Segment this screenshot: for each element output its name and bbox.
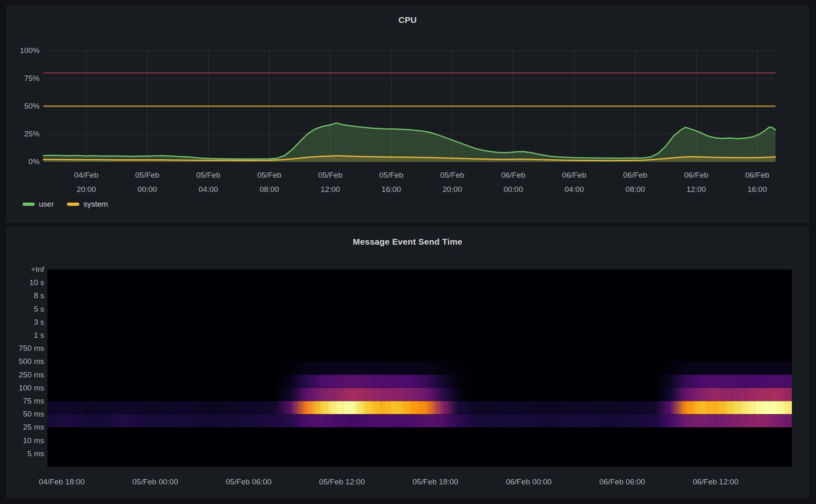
legend-swatch-system bbox=[67, 203, 79, 206]
cpu-x-tick-label: 05/Feb16:00 bbox=[363, 168, 420, 196]
heatmap-y-tick-label: 100 ms bbox=[8, 384, 44, 392]
heatmap-y-tick-label: 500 ms bbox=[8, 357, 44, 366]
legend-label-user: user bbox=[39, 200, 54, 209]
cpu-x-tick-label: 05/Feb08:00 bbox=[241, 168, 298, 196]
heatmap-y-tick-label: 75 ms bbox=[8, 397, 44, 406]
cpu-x-tick-label: 05/Feb12:00 bbox=[302, 168, 359, 196]
cpu-y-tick-label: 50% bbox=[7, 102, 40, 111]
cpu-y-tick-label: 100% bbox=[7, 46, 40, 55]
cpu-x-tick-label: 04/Feb20:00 bbox=[58, 168, 115, 196]
heatmap-y-tick-label: 3 s bbox=[8, 318, 44, 327]
heatmap-y-tick-label: 5 s bbox=[8, 305, 44, 314]
heatmap-y-tick-label: +Inf bbox=[8, 265, 44, 274]
heatmap-panel-title[interactable]: Message Event Send Time bbox=[7, 237, 808, 247]
cpu-x-tick-label: 06/Feb16:00 bbox=[729, 168, 786, 196]
heatmap-x-tick-label: 06/Feb 00:00 bbox=[496, 477, 561, 486]
cpu-x-tick-label: 05/Feb00:00 bbox=[119, 168, 176, 196]
heatmap-y-tick-label: 10 s bbox=[8, 278, 44, 287]
cpu-legend: usersystem bbox=[22, 200, 108, 209]
cpu-x-tick-label: 05/Feb20:00 bbox=[424, 168, 481, 196]
heatmap-x-tick-label: 06/Feb 12:00 bbox=[683, 477, 748, 486]
heatmap-x-tick-label: 06/Feb 06:00 bbox=[590, 477, 655, 486]
cpu-x-tick-label: 06/Feb12:00 bbox=[668, 168, 725, 196]
cpu-y-tick-label: 75% bbox=[7, 74, 40, 83]
cpu-x-tick-label: 06/Feb00:00 bbox=[484, 168, 542, 196]
heatmap-plot-area[interactable] bbox=[47, 270, 792, 467]
heatmap-x-tick-label: 05/Feb 06:00 bbox=[216, 477, 281, 486]
cpu-panel-title[interactable]: CPU bbox=[7, 15, 808, 25]
heatmap-y-tick-label: 50 ms bbox=[8, 410, 44, 419]
heatmap-x-tick-label: 04/Feb 18:00 bbox=[29, 477, 94, 486]
cpu-x-tick-label: 05/Feb04:00 bbox=[180, 168, 237, 196]
cpu-panel: CPU 0%25%50%75%100% 04/Feb20:0005/Feb00:… bbox=[7, 6, 809, 223]
cpu-x-tick-label: 06/Feb08:00 bbox=[607, 168, 664, 196]
heatmap-x-tick-label: 05/Feb 18:00 bbox=[403, 477, 468, 486]
legend-label-system: system bbox=[83, 200, 108, 209]
cpu-chart-plot-area[interactable] bbox=[43, 45, 776, 167]
heatmap-y-tick-label: 1 s bbox=[8, 331, 44, 340]
heatmap-y-tick-label: 250 ms bbox=[8, 370, 44, 379]
cpu-y-tick-label: 25% bbox=[7, 129, 40, 138]
heatmap-y-tick-label: 5 ms bbox=[8, 449, 44, 458]
heatmap-panel: Message Event Send Time +Inf10 s8 s5 s3 … bbox=[7, 227, 809, 498]
heatmap-canvas[interactable] bbox=[47, 270, 792, 467]
heatmap-x-tick-label: 05/Feb 00:00 bbox=[123, 477, 188, 486]
cpu-y-tick-label: 0% bbox=[7, 157, 40, 166]
heatmap-y-tick-label: 750 ms bbox=[8, 344, 44, 353]
heatmap-y-tick-label: 8 s bbox=[8, 291, 44, 300]
legend-item-system[interactable]: system bbox=[67, 200, 108, 209]
legend-swatch-user bbox=[22, 203, 35, 206]
heatmap-x-tick-label: 05/Feb 12:00 bbox=[309, 477, 374, 486]
legend-item-user[interactable]: user bbox=[22, 200, 54, 209]
cpu-x-tick-label: 06/Feb04:00 bbox=[546, 168, 603, 196]
heatmap-y-tick-label: 25 ms bbox=[8, 423, 44, 432]
heatmap-y-tick-label: 10 ms bbox=[8, 436, 44, 445]
